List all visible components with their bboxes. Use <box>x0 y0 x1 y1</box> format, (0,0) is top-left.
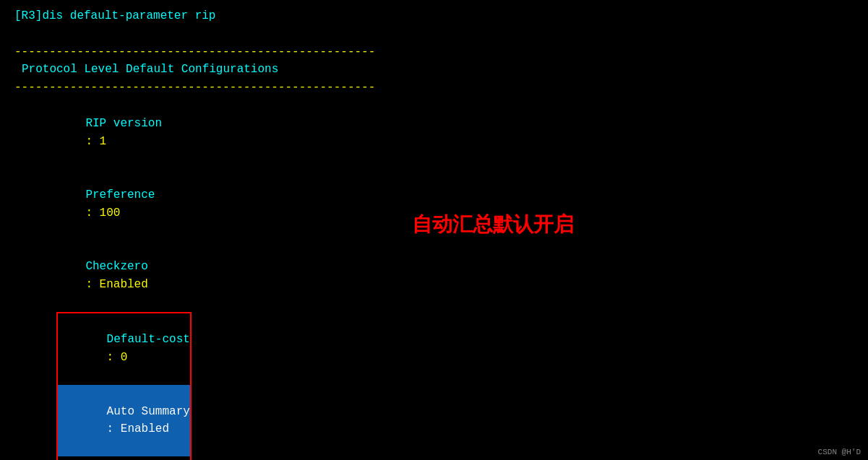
default-cost-line: Default-cost : 0 <box>58 313 190 385</box>
checkzero-line: Checkzero : Enabled <box>14 240 854 311</box>
terminal-window: [R3]dis default-parameter rip ----------… <box>0 0 868 460</box>
watermark: CSDN @H'D <box>818 448 861 456</box>
separator-2: ----------------------------------------… <box>14 79 854 97</box>
auto-summary-line: Auto Summary : Enabled <box>58 385 190 456</box>
rip-version-line: RIP version : 1 <box>14 97 854 168</box>
rip-version-value: : 1 <box>85 135 106 148</box>
checkzero-value: : Enabled <box>85 278 147 291</box>
separator-1: ----------------------------------------… <box>14 43 854 61</box>
checkzero-label: Checkzero <box>85 260 147 273</box>
host-route-line: Host-route : Enabled <box>58 456 190 460</box>
section1-title: Protocol Level Default Configurations <box>14 61 854 79</box>
default-cost-value: : 0 <box>107 351 128 364</box>
command-line: [R3]dis default-parameter rip <box>14 7 854 25</box>
preference-value: : 100 <box>85 207 120 220</box>
highlighted-block: Default-cost : 0 Auto Summary : Enabled … <box>56 312 192 460</box>
default-cost-label: Default-cost <box>107 333 190 346</box>
preference-label: Preference <box>85 188 155 201</box>
blank-line-1 <box>14 25 854 43</box>
auto-summary-label: Auto Summary <box>107 405 190 418</box>
rip-version-label: RIP version <box>85 117 162 130</box>
auto-summary-value: : Enabled <box>107 422 169 435</box>
chinese-annotation: 自动汇总默认开启 <box>412 211 574 238</box>
